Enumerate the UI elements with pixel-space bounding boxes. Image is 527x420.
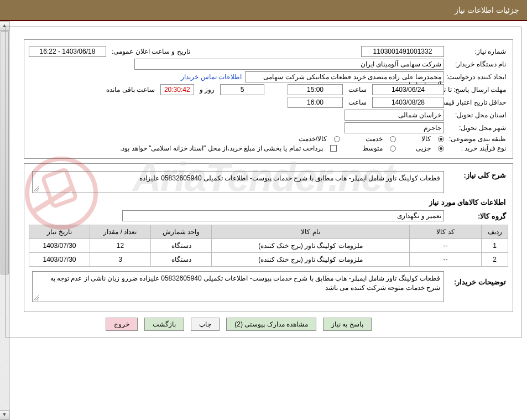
content-frame: AriaTender.net شماره نیاز: 1103001491001… xyxy=(6,27,521,338)
proc-medium-label: متوسط xyxy=(360,144,385,152)
announce-date-label: تاریخ و ساعت اعلان عمومی: xyxy=(109,48,192,55)
proc-type-label: نوع فرآیند خرید : xyxy=(447,144,508,152)
countdown-value: 20:30:42 xyxy=(160,84,194,95)
cell-date: 1403/07/30 xyxy=(29,239,90,253)
goods-group-label: گروه کالا: xyxy=(447,212,508,220)
page-title: جزئیات اطلاعات نیاز xyxy=(455,6,519,14)
category-both-label: کالا/خدمت xyxy=(296,135,329,143)
req-number-label: شماره نیاز: xyxy=(447,48,508,55)
general-desc-value: قطعات کولینگ تاور شامل ایمپلر- هاب مطابق… xyxy=(139,174,440,182)
days-left-value: 5 xyxy=(220,84,264,95)
goods-panel: شرح کلی نیاز: قطعات کولینگ تاور شامل ایم… xyxy=(24,163,513,312)
cell-code: -- xyxy=(410,253,482,267)
requester-label: ایجاد کننده درخواست: xyxy=(447,73,508,81)
table-row: 2 -- ملزومات کولینگ تاور (برج خنک کننده)… xyxy=(29,253,508,267)
validity-label: حداقل تاریخ اعتبار قیمت: تا تاریخ: xyxy=(447,98,508,106)
cell-unit: دستگاه xyxy=(151,253,212,267)
cell-row: 2 xyxy=(482,253,508,267)
city-label: شهر محل تحویل: xyxy=(447,124,508,132)
cell-name: ملزومات کولینگ تاور (برج خنک کننده) xyxy=(212,253,410,267)
exit-button[interactable]: خروج xyxy=(106,318,138,331)
table-header-row: ردیف کد کالا نام کالا واحد شمارش تعداد /… xyxy=(29,225,508,239)
category-label: طبقه بندی موضوعی: xyxy=(447,135,508,143)
cell-qty: 12 xyxy=(90,239,151,253)
cell-unit: دستگاه xyxy=(151,239,212,253)
remaining-label: ساعت باقی مانده xyxy=(104,86,157,94)
category-service-label: خدمت xyxy=(363,135,385,143)
cell-name: ملزومات کولینگ تاور (برج خنک کننده) xyxy=(212,239,410,253)
validity-date-value: 1403/08/28 xyxy=(372,97,444,108)
col-name: نام کالا xyxy=(212,225,410,239)
goods-group-value: تعمیر و نگهداری xyxy=(122,210,444,221)
city-value: جاجرم xyxy=(345,122,444,133)
resize-handle-icon[interactable] xyxy=(34,186,39,191)
reply-button[interactable]: پاسخ به نیاز xyxy=(323,318,372,331)
validity-hour-value: 16:00 xyxy=(288,97,343,108)
cell-qty: 3 xyxy=(90,253,151,267)
col-code: کد کالا xyxy=(410,225,482,239)
table-row: 1 -- ملزومات کولینگ تاور (برج خنک کننده)… xyxy=(29,239,508,253)
buyer-org-value: شرکت سهامی آلومینای ایران xyxy=(134,59,444,70)
category-goods-radio[interactable] xyxy=(438,136,444,142)
hour-label-2: ساعت xyxy=(346,98,369,106)
category-goods-label: کالا xyxy=(419,135,433,143)
deadline-date-value: 1403/06/24 xyxy=(372,84,444,95)
general-desc-label: شرح کلی نیاز: xyxy=(447,171,508,179)
general-desc-textarea[interactable]: قطعات کولینگ تاور شامل ایمپلر- هاب مطابق… xyxy=(32,171,444,193)
button-bar: پاسخ به نیاز مشاهده مدارک پیوستی (2) چاپ… xyxy=(6,318,521,331)
proc-partial-label: جزیی xyxy=(414,144,433,152)
province-label: استان محل تحویل: xyxy=(447,111,508,119)
days-and-label: روز و xyxy=(197,86,217,94)
buyer-notes-textarea[interactable]: قطعات کولینگ تاور شامل ایمپلر- هاب مطابق… xyxy=(32,271,444,302)
proc-partial-radio[interactable] xyxy=(438,146,444,152)
resize-handle-icon[interactable] xyxy=(34,295,39,300)
hour-label-1: ساعت xyxy=(346,86,369,94)
page-header: جزئیات اطلاعات نیاز xyxy=(0,0,527,21)
announce-date-value: 1403/06/18 - 16:22 xyxy=(29,46,106,57)
buyer-notes-label: توضیحات خریدار: xyxy=(447,271,508,286)
items-table: ردیف کد کالا نام کالا واحد شمارش تعداد /… xyxy=(29,225,508,267)
treasury-note: پرداخت تمام یا بخشی از مبلغ خرید،از محل … xyxy=(118,144,325,152)
treasury-checkbox[interactable] xyxy=(330,145,337,152)
deadline-label: مهلت ارسال پاسخ: تا تاریخ: xyxy=(447,86,508,94)
requester-value: محمدرضا علی زاده متصدی خرید قطعات مکانیک… xyxy=(245,71,444,82)
buyer-org-label: نام دستگاه خریدار: xyxy=(447,60,508,68)
watermark-stamp-icon xyxy=(23,154,100,232)
print-button[interactable]: چاپ xyxy=(191,318,220,331)
buyer-contact-link[interactable]: اطلاعات تماس خریدار xyxy=(181,73,242,81)
col-row: ردیف xyxy=(482,225,508,239)
proc-medium-radio[interactable] xyxy=(390,146,396,152)
col-unit: واحد شمارش xyxy=(151,225,212,239)
category-service-radio[interactable] xyxy=(390,136,396,142)
back-button[interactable]: بازگشت xyxy=(144,318,184,331)
buyer-notes-value: قطعات کولینگ تاور شامل ایمپلر- هاب مطابق… xyxy=(50,274,440,292)
cell-row: 1 xyxy=(482,239,508,253)
cell-code: -- xyxy=(410,239,482,253)
req-number-value: 1103001491001332 xyxy=(361,46,444,57)
details-panel: شماره نیاز: 1103001491001332 تاریخ و ساع… xyxy=(24,39,513,159)
view-attachments-button[interactable]: مشاهده مدارک پیوستی (2) xyxy=(226,318,316,331)
category-both-radio[interactable] xyxy=(334,136,340,142)
province-value: خراسان شمالی xyxy=(345,110,444,121)
cell-date: 1403/07/30 xyxy=(29,253,90,267)
scroll-down-button[interactable]: ▼ xyxy=(0,410,9,420)
deadline-hour-value: 15:00 xyxy=(288,84,343,95)
